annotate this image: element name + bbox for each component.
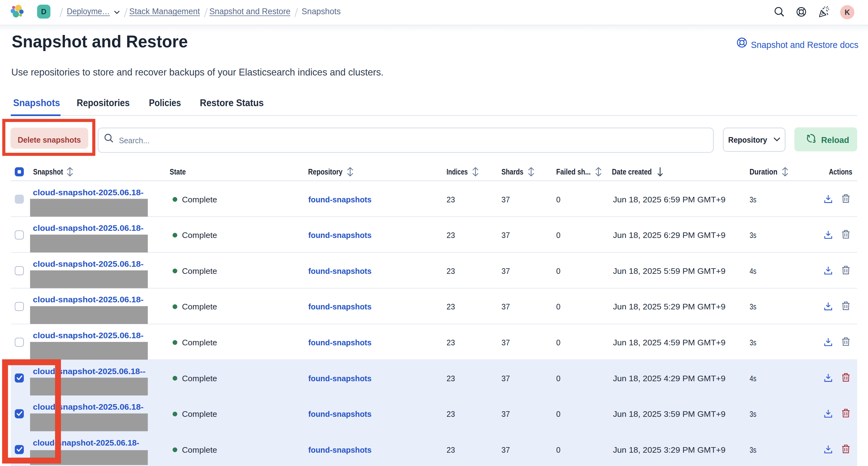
svg-text:Reload: Reload: [821, 135, 849, 145]
svg-text:3s: 3s: [749, 230, 756, 240]
svg-text:3s: 3s: [749, 409, 756, 418]
svg-text:0: 0: [556, 338, 560, 347]
svg-text:Jun 18, 2025 5:59 PM GMT+9: Jun 18, 2025 5:59 PM GMT+9: [613, 267, 725, 276]
svg-text:Complete: Complete: [182, 230, 217, 240]
svg-text:Complete: Complete: [182, 267, 217, 276]
svg-text:Failed sh...: Failed sh...: [556, 167, 591, 176]
svg-text:cloud-snapshot-2025.06.18-: cloud-snapshot-2025.06.18-: [33, 438, 139, 447]
svg-text:23: 23: [447, 445, 455, 455]
svg-text:Repositories: Repositories: [77, 97, 130, 108]
svg-text:4s: 4s: [749, 267, 756, 276]
svg-text:Snapshot and Restore: Snapshot and Restore: [12, 32, 188, 51]
svg-text:0: 0: [556, 267, 560, 276]
svg-text:0: 0: [556, 409, 560, 418]
svg-text:D: D: [41, 7, 46, 16]
svg-text:cloud-snapshot-2025.06.18-: cloud-snapshot-2025.06.18-: [33, 223, 144, 233]
svg-text:cloud-snapshot-2025.06.18-: cloud-snapshot-2025.06.18-: [33, 331, 144, 340]
svg-text:0: 0: [556, 195, 560, 204]
svg-text:Duration: Duration: [749, 167, 777, 176]
svg-text:Shards: Shards: [501, 167, 523, 176]
svg-text:23: 23: [447, 409, 455, 418]
svg-text:Complete: Complete: [182, 374, 217, 383]
svg-text:3s: 3s: [749, 302, 756, 311]
svg-text:23: 23: [447, 195, 455, 204]
svg-text:Jun 18, 2025 4:59 PM GMT+9: Jun 18, 2025 4:59 PM GMT+9: [613, 338, 725, 347]
svg-text:found-snapshots: found-snapshots: [308, 195, 372, 204]
svg-text:23: 23: [447, 338, 455, 347]
svg-text:cloud-snapshot-2025.06.18-: cloud-snapshot-2025.06.18-: [33, 188, 144, 197]
svg-text:Snapshots: Snapshots: [302, 7, 341, 16]
svg-text:Jun 18, 2025 4:29 PM GMT+9: Jun 18, 2025 4:29 PM GMT+9: [613, 374, 725, 383]
svg-text:found-snapshots: found-snapshots: [308, 230, 372, 240]
svg-text:37: 37: [501, 195, 510, 204]
svg-text:cloud-snapshot-2025.06.18-: cloud-snapshot-2025.06.18-: [33, 259, 144, 269]
svg-text:37: 37: [501, 374, 510, 383]
svg-text:Complete: Complete: [182, 409, 217, 418]
svg-text:Complete: Complete: [182, 445, 217, 455]
svg-text:Complete: Complete: [182, 302, 217, 311]
svg-text:found-snapshots: found-snapshots: [308, 267, 372, 276]
svg-text:37: 37: [501, 267, 510, 276]
svg-text:Complete: Complete: [182, 195, 217, 204]
svg-text:Jun 18, 2025 6:59 PM GMT+9: Jun 18, 2025 6:59 PM GMT+9: [613, 195, 725, 204]
svg-text:Policies: Policies: [149, 97, 181, 108]
svg-text:0: 0: [556, 230, 560, 240]
svg-text:found-snapshots: found-snapshots: [308, 445, 372, 455]
svg-text:37: 37: [501, 445, 510, 455]
svg-text:23: 23: [447, 230, 455, 240]
svg-text:Jun 18, 2025 6:29 PM GMT+9: Jun 18, 2025 6:29 PM GMT+9: [613, 230, 725, 240]
svg-text:Complete: Complete: [182, 338, 217, 347]
svg-text:0: 0: [556, 445, 560, 455]
svg-text:Use repositories to store and: Use repositories to store and recover ba…: [11, 66, 383, 77]
svg-text:37: 37: [501, 338, 510, 347]
svg-text:Jun 18, 2025 5:29 PM GMT+9: Jun 18, 2025 5:29 PM GMT+9: [613, 302, 725, 311]
svg-text:found-snapshots: found-snapshots: [308, 409, 372, 418]
svg-text:found-snapshots: found-snapshots: [308, 338, 372, 347]
svg-text:37: 37: [501, 409, 510, 418]
svg-text:Actions: Actions: [829, 167, 852, 176]
svg-text:0: 0: [556, 302, 560, 311]
svg-text:3s: 3s: [749, 445, 756, 455]
svg-text:0: 0: [556, 374, 560, 383]
svg-text:cloud-snapshot-2025.06.18--: cloud-snapshot-2025.06.18--: [33, 367, 145, 376]
svg-text:Deployme…: Deployme…: [67, 7, 110, 16]
svg-text:cloud-snapshot-2025.06.18-: cloud-snapshot-2025.06.18-: [33, 295, 144, 304]
svg-text:Snapshots: Snapshots: [13, 97, 60, 108]
svg-text:37: 37: [501, 230, 510, 240]
svg-text:4s: 4s: [749, 374, 756, 383]
svg-text:Snapshot: Snapshot: [33, 167, 63, 176]
svg-text:23: 23: [447, 302, 455, 311]
svg-text:Repository: Repository: [728, 135, 767, 145]
svg-text:Jun 18, 2025 3:29 PM GMT+9: Jun 18, 2025 3:29 PM GMT+9: [613, 445, 725, 455]
svg-text:Repository: Repository: [308, 167, 343, 176]
svg-text:23: 23: [447, 267, 455, 276]
svg-text:Restore Status: Restore Status: [200, 97, 264, 108]
svg-text:State: State: [170, 167, 186, 176]
svg-text:3s: 3s: [749, 338, 756, 347]
svg-text:Jun 18, 2025 3:59 PM GMT+9: Jun 18, 2025 3:59 PM GMT+9: [613, 409, 725, 418]
svg-text:Date created: Date created: [612, 167, 652, 176]
svg-text:3s: 3s: [749, 195, 756, 204]
svg-text:K: K: [844, 8, 850, 17]
svg-text:Snapshot and Restore docs: Snapshot and Restore docs: [751, 40, 859, 50]
svg-text:23: 23: [447, 374, 455, 383]
svg-text:found-snapshots: found-snapshots: [308, 302, 372, 311]
svg-text:Delete snapshots: Delete snapshots: [18, 135, 81, 145]
svg-text:Indices: Indices: [447, 167, 468, 176]
svg-text:Stack Management: Stack Management: [129, 7, 200, 16]
svg-text:Search...: Search...: [119, 136, 149, 145]
svg-text:Snapshot and Restore: Snapshot and Restore: [210, 7, 290, 16]
svg-text:found-snapshots: found-snapshots: [308, 374, 372, 383]
svg-text:37: 37: [501, 302, 510, 311]
svg-text:cloud-snapshot-2025.06.18-: cloud-snapshot-2025.06.18-: [33, 402, 144, 411]
